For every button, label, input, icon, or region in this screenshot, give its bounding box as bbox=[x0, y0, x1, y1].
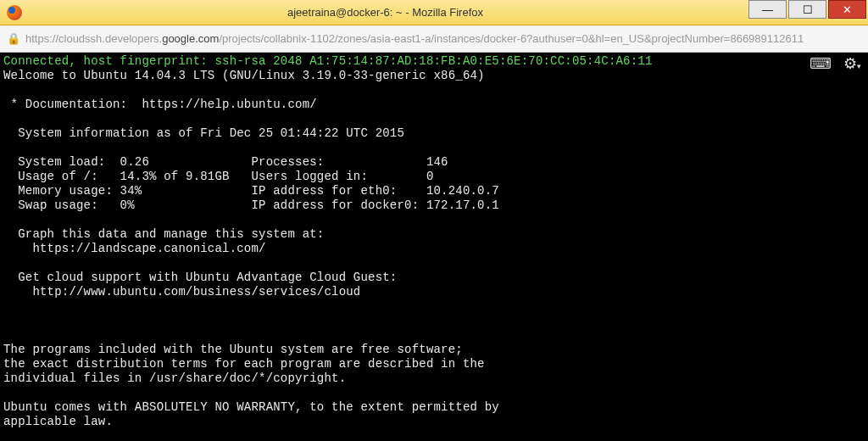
firefox-icon bbox=[7, 5, 22, 20]
terminal-toolbar: ⌨ ⚙▾ bbox=[810, 54, 861, 73]
minimize-button[interactable]: — bbox=[748, 0, 787, 19]
sysinfo-row: Usage of /: 14.3% of 9.81GB Users logged… bbox=[3, 170, 433, 183]
title-bar: ajeetraina@docker-6: ~ - Mozilla Firefox… bbox=[0, 0, 868, 25]
cloud-line: Get cloud support with Ubuntu Advantage … bbox=[3, 271, 397, 284]
close-button[interactable]: ✕ bbox=[828, 0, 866, 19]
url-bar[interactable]: 🔒 https://cloudssh.developers.google.com… bbox=[0, 25, 868, 53]
sysinfo-header: System information as of Fri Dec 25 01:4… bbox=[3, 126, 404, 140]
lock-icon: 🔒 bbox=[7, 32, 20, 45]
window-title: ajeetraina@docker-6: ~ - Mozilla Firefox bbox=[22, 6, 748, 19]
terminal[interactable]: Connected, host fingerprint: ssh-rsa 204… bbox=[0, 53, 868, 441]
cloud-url: http://www.ubuntu.com/business/services/… bbox=[3, 285, 360, 299]
window-controls: — ☐ ✕ bbox=[748, 0, 868, 25]
landscape-url: https://landscape.canonical.com/ bbox=[3, 242, 266, 255]
welcome-line: Welcome to Ubuntu 14.04.3 LTS (GNU/Linux… bbox=[3, 69, 485, 82]
landscape-line: Graph this data and manage this system a… bbox=[3, 227, 324, 241]
url-scheme: https://cloudssh.developers. bbox=[25, 32, 162, 45]
sysinfo-row: Memory usage: 34% IP address for eth0: 1… bbox=[3, 184, 499, 198]
url-path: /projects/collabnix-1102/zones/asia-east… bbox=[219, 32, 804, 45]
ssh-fingerprint-line: Connected, host fingerprint: ssh-rsa 204… bbox=[3, 54, 653, 68]
url-host: google.com bbox=[162, 32, 219, 45]
url-text: https://cloudssh.developers.google.com/p… bbox=[25, 32, 804, 45]
programs-line: The programs included with the Ubuntu sy… bbox=[3, 343, 463, 356]
documentation-line: * Documentation: https://help.ubuntu.com… bbox=[3, 98, 317, 111]
programs-line: the exact distribution terms for each pr… bbox=[3, 357, 485, 371]
programs-line: individual files in /usr/share/doc/*/cop… bbox=[3, 371, 346, 385]
gear-icon[interactable]: ⚙▾ bbox=[843, 54, 861, 73]
keyboard-icon[interactable]: ⌨ bbox=[810, 54, 832, 73]
sysinfo-row: System load: 0.26 Processes: 146 bbox=[3, 155, 448, 169]
sysinfo-row: Swap usage: 0% IP address for docker0: 1… bbox=[3, 198, 499, 212]
maximize-button[interactable]: ☐ bbox=[788, 0, 826, 19]
warranty-line: Ubuntu comes with ABSOLUTELY NO WARRANTY… bbox=[3, 400, 499, 414]
warranty-line: applicable law. bbox=[3, 415, 113, 428]
